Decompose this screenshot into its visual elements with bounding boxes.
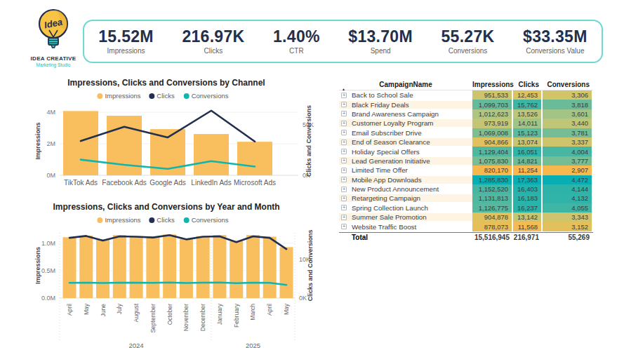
table-row[interactable]: +Email Subscriber Drive1,069,00815,1233,…	[339, 128, 593, 137]
column-header-clicks[interactable]: Clicks	[513, 81, 543, 88]
table-row[interactable]: +Back to School Sale951,53312,4533,306	[339, 90, 593, 100]
expand-icon[interactable]: +	[341, 215, 347, 220]
category-label[interactable]: December	[199, 304, 206, 331]
legend-label[interactable]: Conversions	[192, 92, 229, 100]
bar-september[interactable]	[146, 236, 159, 298]
column-header-conversions[interactable]: Conversions	[543, 81, 593, 88]
category-label[interactable]: TikTok Ads	[64, 179, 98, 187]
legend-label[interactable]: Impressions	[105, 92, 140, 100]
bar-may[interactable]	[79, 236, 93, 298]
table-row[interactable]: +Lead Generation Initiative1,075,83014,8…	[339, 156, 593, 166]
column-header-campaignname[interactable]: CampaignName	[339, 81, 472, 88]
table-row[interactable]: +Spring Collection Launch1,126,77516,237…	[339, 203, 593, 213]
expand-icon[interactable]: +	[341, 196, 347, 201]
category-label[interactable]: February	[233, 303, 240, 328]
table-row[interactable]: +Holiday Special Offers1,129,40416,0514,…	[339, 147, 593, 156]
bar-june[interactable]	[96, 239, 109, 298]
legend-dot-impressions[interactable]	[97, 217, 102, 223]
legend-label[interactable]: Clicks	[157, 216, 175, 224]
bar-march[interactable]	[246, 235, 260, 298]
table-row[interactable]: +Website Traffic Boost878,07311,5683,152	[339, 222, 593, 231]
bar-january[interactable]	[213, 235, 226, 298]
value-cell: 12,453	[513, 90, 543, 100]
table-row[interactable]: +Summer Sale Promotion904,87813,1423,343	[339, 213, 593, 222]
chart-title: Impressions, Clicks and Conversions by C…	[67, 78, 265, 88]
value-cell: 4,472	[543, 175, 593, 184]
value-cell: 16,237	[513, 203, 543, 213]
category-label[interactable]: October	[166, 304, 173, 325]
total-value: 15,516,945	[472, 233, 513, 243]
bar-july[interactable]	[113, 235, 126, 298]
legend-dot-conversions[interactable]	[184, 217, 190, 223]
expand-icon[interactable]: +	[341, 149, 347, 154]
expand-icon[interactable]: +	[341, 140, 347, 145]
expand-icon[interactable]: +	[341, 111, 347, 116]
bar-linkedin-ads[interactable]	[194, 134, 229, 175]
left-tick: 0M	[46, 172, 55, 179]
legend-dot-clicks[interactable]	[149, 217, 154, 223]
category-label[interactable]: April	[66, 304, 73, 316]
category-label[interactable]: March	[249, 304, 256, 321]
category-label[interactable]: LinkedIn Ads	[191, 179, 231, 187]
column-header-impressions[interactable]: Impressions	[472, 81, 513, 88]
legend-label[interactable]: Conversions	[192, 216, 229, 224]
category-label[interactable]: May	[283, 303, 290, 315]
expand-icon[interactable]: +	[341, 158, 347, 163]
table-row[interactable]: +End of Season Clearance904,86613,0743,3…	[339, 137, 593, 147]
expand-icon[interactable]: +	[341, 224, 347, 229]
bar-october[interactable]	[163, 234, 176, 298]
legend-label[interactable]: Clicks	[157, 92, 175, 100]
value-cell: 3,306	[543, 90, 593, 100]
table-row[interactable]: +Black Friday Deals1,099,70315,7623,818	[339, 100, 593, 109]
expand-icon[interactable]: +	[341, 102, 347, 107]
dashboard: Idea IDEA CREATIVE Marketing Studio 15.5…	[0, 0, 631, 364]
legend-dot-impressions[interactable]	[97, 93, 102, 99]
expand-icon[interactable]: +	[341, 177, 347, 182]
total-value: 55,269	[543, 233, 593, 243]
category-label[interactable]: November	[182, 304, 190, 331]
expand-icon[interactable]: +	[341, 168, 347, 173]
expand-icon[interactable]: +	[341, 93, 347, 98]
category-label[interactable]: June	[100, 304, 107, 317]
table-row[interactable]: +Mobile App Downloads1,285,83017,3634,47…	[339, 175, 593, 184]
value-cell: 1,129,404	[472, 147, 513, 156]
bar-microsoft-ads[interactable]	[237, 142, 272, 175]
table-row[interactable]: +Retargeting Campaign1,131,81316,1834,13…	[339, 194, 593, 203]
bar-april[interactable]	[63, 237, 77, 298]
expand-icon[interactable]: +	[341, 205, 347, 210]
bar-february[interactable]	[230, 241, 243, 298]
table-row[interactable]: +Brand Awareness Campaign1,012,62313,526…	[339, 109, 593, 119]
category-label[interactable]: Facebook Ads	[102, 179, 146, 187]
category-label[interactable]: September	[150, 304, 157, 333]
value-cell: 3,781	[543, 128, 593, 137]
bar-august[interactable]	[130, 236, 143, 298]
table-row[interactable]: +Limited Time Offer820,17011,2542,907	[339, 166, 593, 175]
total-value: 216,971	[513, 233, 543, 243]
legend-dot-clicks[interactable]	[149, 93, 154, 99]
kpi-card-spend: $13.70MSpend	[348, 28, 413, 55]
value-cell: 904,866	[472, 137, 513, 147]
expand-icon[interactable]: +	[341, 187, 347, 192]
expand-icon[interactable]: +	[341, 121, 347, 126]
category-label[interactable]: April	[266, 304, 273, 316]
expand-icon[interactable]: +	[341, 130, 347, 135]
logo-name: IDEA CREATIVE	[21, 55, 86, 62]
table-row[interactable]: +New Product Announcement1,152,52016,403…	[339, 184, 593, 194]
category-label[interactable]: Google Ads	[150, 179, 186, 187]
legend-label[interactable]: Impressions	[105, 216, 140, 224]
bar-tiktok-ads[interactable]	[63, 111, 98, 175]
bar-december[interactable]	[197, 236, 210, 298]
legend-dot-conversions[interactable]	[184, 93, 190, 99]
left-tick: 2M	[46, 140, 55, 147]
category-label[interactable]: January	[216, 303, 223, 325]
category-label[interactable]: May	[83, 303, 90, 315]
category-label[interactable]: August	[133, 303, 140, 322]
table-row[interactable]: +Customer Loyalty Program973,91914,0113,…	[339, 119, 593, 128]
bar-may[interactable]	[280, 247, 293, 298]
category-label[interactable]: Microsoft Ads	[234, 179, 276, 187]
bar-april[interactable]	[263, 236, 277, 298]
bar-november[interactable]	[180, 239, 193, 298]
value-cell: 878,073	[472, 222, 513, 231]
category-label[interactable]: July	[116, 303, 123, 314]
right-tick: 0K	[299, 295, 307, 302]
